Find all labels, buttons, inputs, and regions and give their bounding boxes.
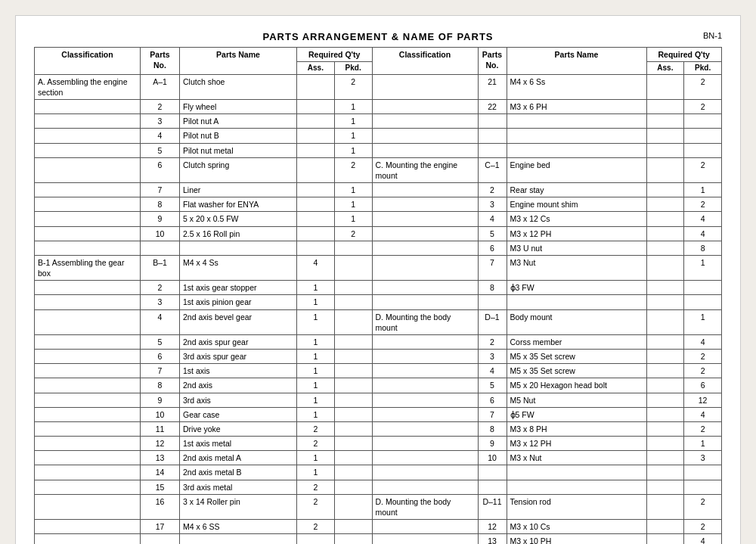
header-parts-name2: Parts Name: [507, 48, 646, 75]
table-row: 63rd axis spur gear13M5 x 35 Set screw2: [35, 350, 722, 364]
table-row: 102.5 x 16 Roll pin25M3 x 12 PH4: [35, 226, 722, 241]
header-classification2: Classification: [372, 48, 478, 75]
table-row: 95 x 20 x 0.5 FW14M3 x 12 Cs4: [35, 212, 722, 226]
header-required-qty2: Required Q'ty: [646, 48, 722, 62]
table-row: 163 x 14 Roller pin2D. Mounting the body…: [35, 494, 722, 519]
table-row: 132nd axis metal A110M3 x Nut3: [35, 451, 722, 465]
table-row: 3Pilot nut A1: [35, 114, 722, 129]
table-row: 6M3 U nut8: [35, 241, 722, 255]
table-row: 21st axis gear stopper18ϕ3 FW: [35, 281, 722, 295]
table-row: 7Liner12Rear stay1: [35, 183, 722, 197]
table-row: A. Assembling the engine sectionA–1Clutc…: [35, 74, 722, 99]
table-row: 2Fly wheel122M3 x 6 PH2: [35, 100, 722, 114]
header-pkd2: Pkd.: [684, 62, 722, 75]
header-ass: Ass.: [297, 62, 335, 75]
parts-table: Classification Parts No. Parts Name Requ…: [34, 47, 722, 544]
table-row: 121st axis metal29M3 x 12 PH1: [35, 437, 722, 451]
header-parts-no: Parts No.: [141, 48, 180, 75]
table-row: 42nd axis bevel gear1D. Mounting the bod…: [35, 309, 722, 334]
table-row: 6Clutch spring2C. Mounting the engine mo…: [35, 157, 722, 182]
header-parts-name: Parts Name: [180, 48, 297, 75]
table-row: 31st axis pinion gear1: [35, 295, 722, 309]
table-row: 11Drive yoke28M3 x 8 PH2: [35, 421, 722, 436]
header-required-qty: Required Q'ty: [297, 48, 373, 62]
table-row: 10Gear case17ϕ5 FW4: [35, 407, 722, 421]
page: PARTS ARRANGEMENT & NAME OF PARTS BN-1 C…: [15, 15, 741, 544]
table-row: 8Flat washer for ENYA13Engine mount shim…: [35, 197, 722, 212]
table-row: 93rd axis16M5 Nut12: [35, 393, 722, 407]
table-row: 52nd axis spur gear12Corss member4: [35, 334, 722, 349]
header-ass2: Ass.: [646, 62, 684, 75]
table-row: 153rd axis metal2: [35, 480, 722, 494]
table-row: 13M3 x 10 PH4: [35, 534, 722, 544]
page-title: PARTS ARRANGEMENT & NAME OF PARTS: [34, 31, 722, 42]
table-row: 5Pilot nut metal1: [35, 143, 722, 157]
header-classification: Classification: [35, 48, 141, 75]
table-row: 82nd axis15M5 x 20 Hexagon head bolt6: [35, 378, 722, 393]
table-row: 17M4 x 6 SS212M3 x 10 Cs2: [35, 520, 722, 534]
table-row: 71st axis14M5 x 35 Set screw2: [35, 364, 722, 378]
table-row: 142nd axis metal B1: [35, 465, 722, 480]
header-pkd: Pkd.: [334, 62, 372, 75]
table-row: 4Pilot nut B1: [35, 129, 722, 143]
table-row: B-1 Assembling the gear boxB–1M4 x 4 Ss4…: [35, 255, 722, 280]
header-parts-no2: Parts No.: [478, 48, 507, 75]
bn-label: BN-1: [703, 31, 722, 40]
